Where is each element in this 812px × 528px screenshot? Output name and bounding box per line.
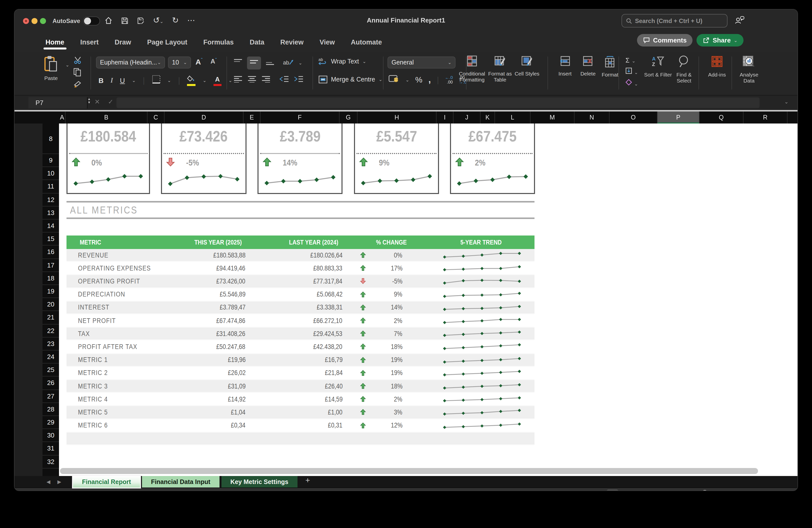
copy-icon[interactable] [73,68,82,76]
metrics-table-row[interactable]: METRIC 1£19,96£16,7919% [67,354,535,367]
metrics-table-row[interactable]: TAX£31.408,26£29.424,537% [67,327,535,340]
ribbon-tab-review[interactable]: Review [279,34,304,50]
increase-decimal-button[interactable]: ←.0.00 [445,75,453,84]
metrics-table-row[interactable]: NET PROFIT£67.474,86£66.272,102% [67,314,535,327]
ribbon-tab-view[interactable]: View [319,34,336,50]
normal-view-button[interactable] [607,489,619,491]
align-top-button[interactable] [233,59,243,68]
font-name-select[interactable]: Euphemia (Headin...⌄ [96,57,165,69]
metrics-table-row[interactable]: METRIC 6£0,34£0,3112% [67,419,535,432]
ribbon-tab-draw[interactable]: Draw [114,34,132,50]
bold-button[interactable]: B [99,76,103,84]
zoom-out-button[interactable]: − [662,490,667,491]
borders-chevron-icon[interactable]: ⌄ [167,78,171,83]
presence-icon[interactable] [735,15,744,27]
row-header-26[interactable]: 26 [43,377,59,390]
paste-chevron-icon[interactable]: ⌄ [66,62,69,68]
increase-indent-button[interactable] [294,75,304,85]
orientation-chevron-icon[interactable]: ⌄ [299,60,302,65]
ribbon-tab-insert[interactable]: Insert [79,34,100,50]
decrease-font-size-button[interactable]: Aˇ [211,58,217,65]
row-header-24[interactable]: 24 [43,351,59,364]
row-header-25[interactable]: 25 [43,364,59,377]
orientation-button[interactable]: ab [283,58,294,69]
format-as-table-button[interactable]: Format as Table [485,56,514,83]
accessibility-status[interactable]: Accessibility: Investigate [84,490,162,491]
paste-button[interactable]: Paste [44,56,58,81]
metrics-table-row[interactable]: DEPRECIATION£5.546,89£5.068,429% [67,288,535,301]
sheet-tab-financial-data-input[interactable]: Financial Data Input [142,476,219,487]
align-left-button[interactable] [233,75,243,85]
align-bottom-button[interactable] [265,59,275,68]
column-header-C[interactable]: C [147,112,164,123]
fill-button[interactable]: ⌄ [625,67,638,76]
column-header-K[interactable]: K [480,112,495,123]
conditional-formatting-button[interactable]: Conditional Formatting [458,56,487,83]
formula-input[interactable] [116,98,759,108]
formula-bar-expand-icon[interactable]: ⌄ [784,99,788,104]
row-header-22[interactable]: 22 [43,324,59,337]
sort-filter-button[interactable]: AZSort & Filter [643,56,672,77]
metrics-table-row[interactable]: METRIC 4£14,92£14,592% [67,393,535,406]
ribbon-tab-home[interactable]: Home [44,34,65,50]
format-cells-button[interactable]: Format [595,56,624,77]
column-header-Q[interactable]: Q [699,112,743,123]
clear-button[interactable]: ⌄ [625,78,638,88]
metrics-table-row[interactable]: METRIC 5£1,04£1,003% [67,406,535,419]
row-header-12[interactable]: 12 [43,193,59,206]
ribbon-tab-formulas[interactable]: Formulas [202,34,235,50]
autosum-button[interactable]: Σ ⌄ [625,56,638,64]
name-box[interactable]: P7 ▲▼ [29,97,87,108]
underline-chevron-icon[interactable]: ⌄ [132,78,136,83]
metrics-table-row[interactable]: REVENUE£180.583,88£180.026,640% [67,249,535,262]
name-box-stepper[interactable]: ▲▼ [87,97,91,104]
metrics-table-row[interactable]: INTEREST£3.789,47£3.338,3114% [67,302,535,314]
row-header-9[interactable]: 9 [43,154,59,167]
row-header-11[interactable]: 11 [43,180,59,193]
row-header-14[interactable]: 14 [43,220,59,233]
align-right-button[interactable] [261,75,271,85]
format-painter-icon[interactable] [73,80,82,88]
find-select-button[interactable]: Find & Select [669,56,698,84]
comma-style-button[interactable]: , [429,74,431,85]
column-header-E[interactable]: E [244,112,261,123]
number-format-select[interactable]: General⌄ [388,57,455,69]
borders-button[interactable] [152,75,160,86]
zoom-slider-thumb[interactable] [701,490,709,491]
comments-button[interactable]: Comments [637,34,693,46]
column-header-I[interactable]: I [436,112,453,123]
align-center-button[interactable] [247,75,257,85]
metrics-table-row[interactable]: OPERATING EXPENSES£94.419,46£80.883,3317… [67,262,535,275]
row-header-10[interactable]: 10 [43,167,59,180]
row-header-8[interactable]: 8 [43,123,59,154]
search-input[interactable]: Search (Cmd + Ctrl + U) [622,14,727,28]
ribbon-tab-page-layout[interactable]: Page Layout [146,34,188,50]
merge-centre-button[interactable]: Merge & Centre ⌄ [319,75,382,84]
metrics-table-row[interactable]: METRIC 2£26,02£21,8419% [67,367,535,380]
prev-sheet-icon[interactable]: ◀ [46,479,50,484]
column-header-R[interactable]: R [743,112,787,123]
column-header-D[interactable]: D [164,112,244,123]
font-color-button[interactable]: A [214,74,221,86]
fill-color-button[interactable] [187,75,196,86]
row-header-16[interactable]: 16 [43,246,59,259]
row-header-32[interactable]: 32 [43,455,59,468]
accounting-chevron-icon[interactable]: ⌄ [406,77,409,82]
page-break-view-button[interactable] [644,489,656,491]
row-header-21[interactable]: 21 [43,311,59,324]
column-header-M[interactable]: M [531,112,575,123]
align-middle-button[interactable] [247,57,261,70]
column-header-G[interactable]: G [339,112,358,123]
metrics-table-row[interactable]: PROFIT AFTER TAX£50.247,68£42.438,2018% [67,341,535,354]
column-header-B[interactable]: B [66,112,147,123]
share-button[interactable]: Share ⌄ [697,34,743,46]
row-header-13[interactable]: 13 [43,206,59,220]
increase-font-size-button[interactable]: Aˆ [195,58,203,66]
column-header-P[interactable]: P [657,112,699,123]
percent-style-button[interactable]: % [415,75,422,84]
zoom-level-label[interactable]: 150% [742,491,758,491]
ribbon-tab-automate[interactable]: Automate [350,34,383,50]
underline-button[interactable]: U [120,76,125,84]
add-ins-button[interactable]: Add-ins [702,56,731,77]
horizontal-scrollbar[interactable] [60,468,758,474]
